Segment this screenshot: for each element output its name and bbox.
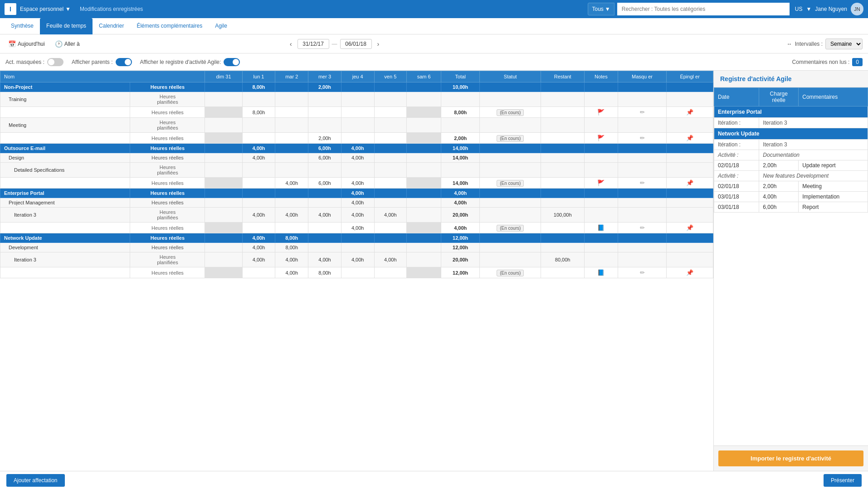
date-from[interactable]: 31/12/17 [297,39,329,49]
status-badge: (En cours) [497,135,524,142]
table-row: Iteration 3 Heuresplanifiées 4,00h 4,00h… [0,208,713,223]
flag-icon[interactable]: 🚩 [596,135,605,141]
table-row: Meeting Heuresplanifiées [0,118,713,133]
col-lun1: lun 1 [242,71,275,82]
edit-icon[interactable]: ✏ [639,109,646,116]
task-name: Detailed Specifications [0,163,130,178]
tab-agile[interactable]: Agile [209,18,234,34]
act-masquees-label: Act. masquées : [5,59,44,65]
agile-data-row: 03/01/18 4,00h Implementation [714,192,868,202]
col-date: Date [714,88,759,107]
col-dim31: dim 31 [205,71,242,82]
book-icon[interactable]: 📘 [596,224,605,231]
flag-icon[interactable]: 🚩 [596,109,605,116]
task-name: Development [0,243,130,252]
task-name: Design [0,153,130,163]
edit-icon[interactable]: ✏ [639,224,646,231]
agile-table: Date Chargeréelle Commentaires Enterpris… [714,87,868,213]
calendar-icon: 📅 [8,40,16,48]
table-row: Project Management Heures réelles 4,00h … [0,198,713,208]
col-mar2: mar 2 [275,71,308,82]
table-row: Heures réelles 4,00h 6,00h 4,00h 14,00h … [0,178,713,189]
next-arrow[interactable]: › [375,39,382,48]
act-masquees-toggle[interactable] [47,58,63,66]
project-name: Outsource E-mail [0,144,130,153]
prev-arrow[interactable]: ‹ [287,39,295,48]
agile-project-row: Enterprise Portal [714,107,868,118]
col-sam6: sam 6 [407,71,441,82]
interval-area: ↔ Intervalles : Semaine [787,39,863,49]
tabs-bar: Synthèse Feuille de temps Calendrier Élé… [0,18,868,34]
edit-icon[interactable]: ✏ [639,135,646,141]
task-name: Iteration 3 [0,252,130,267]
toolbar: 📅 Aujourd'hui 🕐 Aller à ‹ 31/12/17 — 06/… [0,34,868,53]
timesheet-wrap: Nom dim 31 lun 1 mar 2 mer 3 jeu 4 ven 5… [0,71,714,471]
agile-panel: Registre d'activité Agile Date Chargerée… [714,71,868,471]
interval-icon: ↔ [787,41,792,47]
main-content: Nom dim 31 lun 1 mar 2 mer 3 jeu 4 ven 5… [0,71,868,471]
app-logo: I [5,3,16,15]
tab-elements[interactable]: Éléments complémentaires [130,18,209,34]
col-nom: Nom [0,71,205,82]
edit-icon[interactable]: ✏ [639,179,646,186]
pin-icon[interactable]: 📌 [685,109,694,116]
tab-synthese[interactable]: Synthèse [5,18,40,34]
project-name: Non-Project [0,82,130,92]
agile-footer: Importer le registre d'activité [714,445,868,471]
date-dash: — [332,41,337,47]
import-button[interactable]: Importer le registre d'activité [718,450,863,466]
table-row: Network Update Heures réelles 4,00h 8,00… [0,233,713,243]
tab-feuille[interactable]: Feuille de temps [40,18,93,34]
table-row: Heures réelles 8,00h 8,00h (En cours) 🚩 … [0,107,713,118]
search-input[interactable] [617,3,790,15]
today-button[interactable]: 📅 Aujourd'hui [5,39,48,48]
comments-badge: 0 [852,58,863,66]
saved-status: Modifications enregistrées [80,6,143,12]
interval-label: Intervalles : [795,41,823,47]
search-category-dropdown[interactable]: Tous ▼ [588,3,614,15]
pin-icon[interactable]: 📌 [685,224,694,231]
act-masquees-toggle-wrap: Act. masquées : [5,58,63,66]
table-row: Iteration 3 Heuresplanifiées 4,00h 4,00h… [0,252,713,267]
col-charge: Chargeréelle [759,88,799,107]
col-masquer: Masqu er [618,71,666,82]
pin-icon[interactable]: 📌 [685,269,694,276]
pin-icon[interactable]: 📌 [685,179,694,186]
project-name: Network Update [0,233,130,243]
edit-icon[interactable]: ✏ [639,269,646,276]
flag-icon[interactable]: 🚩 [596,179,605,186]
col-notes: Notes [584,71,618,82]
workspace-dropdown-icon[interactable]: ▼ [65,6,71,12]
search-area: Tous ▼ [588,3,789,15]
project-name: Enterprise Portal [0,189,130,198]
col-restant: Restant [541,71,584,82]
afficher-registre-toggle[interactable] [224,58,240,66]
interval-select[interactable]: Semaine [825,39,863,49]
locale-arrow-icon: ▼ [806,6,811,12]
afficher-registre-toggle-wrap: Afficher le registre d'activité Agile: [140,58,240,66]
status-badge: (En cours) [497,270,524,276]
workspace-label[interactable]: Espace personnel ▼ [20,6,71,12]
col-epingler: Épingl er [667,71,713,82]
agile-project-row: Network Update [714,128,868,140]
date-to[interactable]: 06/01/18 [340,39,372,49]
book-icon[interactable]: 📘 [596,269,605,276]
task-name: Meeting [0,118,130,133]
table-row: Development Heures réelles 4,00h 8,00h 1… [0,243,713,252]
goto-button[interactable]: 🕐 Aller à [52,39,83,48]
table-row: Heures réelles 4,00h 4,00h (En cours) 📘 … [0,223,713,233]
user-area: US ▼ Jane Nguyen JN [795,3,863,15]
col-comments: Commentaires [799,88,868,107]
table-row: Design Heures réelles 4,00h 6,00h 4,00h … [0,153,713,163]
dropdown-arrow-icon: ▼ [605,6,610,12]
afficher-parents-toggle[interactable] [116,58,132,66]
tab-calendrier[interactable]: Calendrier [93,18,130,34]
locale-label[interactable]: US [795,6,803,12]
task-name: Training [0,92,130,107]
filter-row: Act. masquées : Afficher parents : Affic… [0,53,868,71]
pin-icon[interactable]: 📌 [685,135,694,141]
task-name: Iteration 3 [0,208,130,223]
timesheet-table: Nom dim 31 lun 1 mar 2 mer 3 jeu 4 ven 5… [0,71,713,278]
top-nav: I Espace personnel ▼ Modifications enreg… [0,0,868,18]
afficher-parents-label: Afficher parents : [72,59,113,65]
